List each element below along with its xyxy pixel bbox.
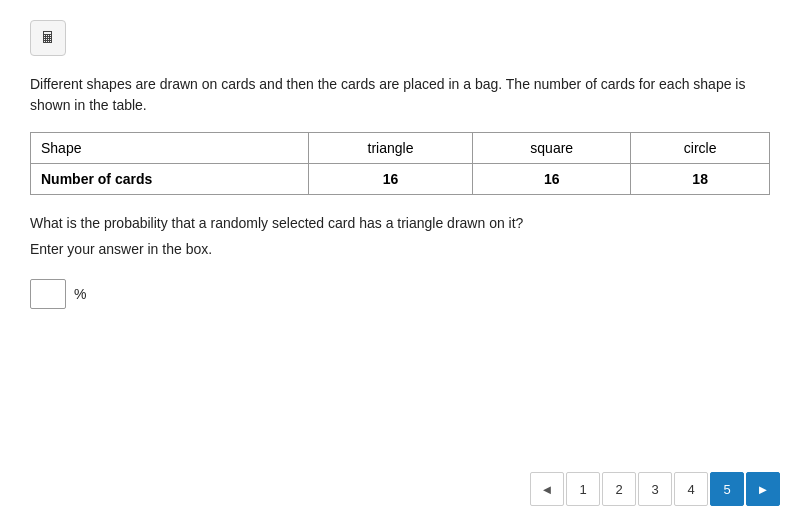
description-text: Different shapes are drawn on cards and … <box>30 74 770 116</box>
question-text: What is the probability that a randomly … <box>30 215 770 231</box>
table-data-row: Number of cards 16 16 18 <box>31 164 770 195</box>
prev-arrow-icon: ◄ <box>541 482 554 497</box>
col-square: square <box>473 133 631 164</box>
calculator-button[interactable]: 🖩 <box>30 20 66 56</box>
next-page-button[interactable]: ► <box>746 472 780 506</box>
answer-input[interactable] <box>30 279 66 309</box>
table-header-row: Shape triangle square circle <box>31 133 770 164</box>
page-4-button[interactable]: 4 <box>674 472 708 506</box>
next-arrow-icon: ► <box>757 482 770 497</box>
row-circle-value: 18 <box>631 164 770 195</box>
answer-row: % <box>30 279 770 309</box>
prev-page-button[interactable]: ◄ <box>530 472 564 506</box>
col-shape: Shape <box>31 133 309 164</box>
data-table: Shape triangle square circle Number of c… <box>30 132 770 195</box>
col-circle: circle <box>631 133 770 164</box>
row-label: Number of cards <box>31 164 309 195</box>
percent-label: % <box>74 286 86 302</box>
col-triangle: triangle <box>308 133 472 164</box>
row-triangle-value: 16 <box>308 164 472 195</box>
page-5-button[interactable]: 5 <box>710 472 744 506</box>
page-container: 🖩 Different shapes are drawn on cards an… <box>0 0 800 526</box>
calculator-icon: 🖩 <box>40 29 56 47</box>
page-1-button[interactable]: 1 <box>566 472 600 506</box>
instruction-text: Enter your answer in the box. <box>30 241 770 257</box>
page-3-button[interactable]: 3 <box>638 472 672 506</box>
page-2-button[interactable]: 2 <box>602 472 636 506</box>
row-square-value: 16 <box>473 164 631 195</box>
pagination-bar: ◄ 1 2 3 4 5 ► <box>530 472 780 506</box>
